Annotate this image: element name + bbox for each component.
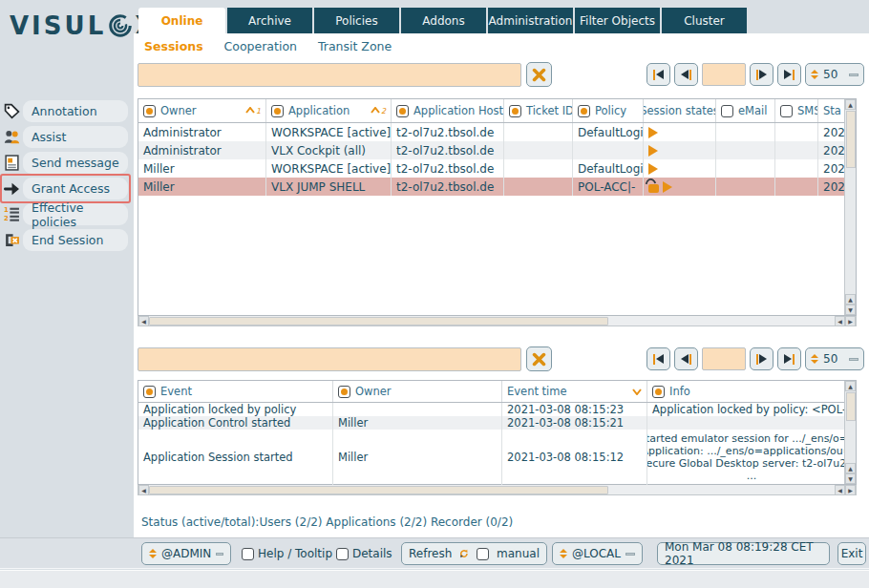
event-page-input[interactable] — [702, 347, 746, 370]
next-page-button[interactable] — [750, 63, 774, 86]
tab-addons[interactable]: Addons — [399, 8, 486, 33]
column-filter-radio-icon[interactable] — [509, 105, 521, 117]
scroll-left-icon[interactable]: ◀ — [835, 485, 845, 495]
help-tooltip-checkbox[interactable]: Help / Tooltip — [242, 547, 332, 560]
scroll-thumb[interactable] — [846, 111, 856, 168]
scroll-left-icon[interactable]: ◀ — [138, 485, 149, 495]
session-row[interactable]: Administrator VLX Cockpit (all) t2-ol7u2… — [138, 141, 856, 159]
event-pager: 50 — [646, 347, 864, 370]
page-size-value: 50 — [823, 352, 837, 366]
sidebar-item-grant-access[interactable]: Grant Access — [0, 178, 134, 200]
column-checkbox-icon[interactable] — [721, 105, 733, 117]
local-dropdown[interactable]: @LOCAL — [552, 542, 643, 565]
column-header-event[interactable]: Event — [138, 381, 333, 402]
sort-asc-icon: 2 — [371, 107, 386, 116]
manual-checkbox-icon[interactable] — [477, 548, 489, 560]
dropdown-dash-icon — [625, 553, 635, 556]
admin-dropdown[interactable]: @ADMIN — [141, 542, 231, 565]
column-header-event-time[interactable]: Event time — [502, 381, 647, 402]
scroll-down-icon[interactable]: ▼ — [845, 304, 856, 315]
event-filter-input[interactable] — [138, 347, 521, 371]
prev-page-button[interactable] — [674, 63, 698, 86]
session-row-selected[interactable]: Miller VLX JUMP SHELL t2-ol7u2.tbsol.de … — [138, 178, 856, 196]
sidebar-item-annotation[interactable]: Annotation — [0, 100, 134, 122]
column-filter-radio-icon[interactable] — [338, 386, 350, 398]
sidebar-item-effective-policies[interactable]: 12 Effective policies — [0, 203, 134, 225]
next-page-button[interactable] — [750, 347, 774, 370]
event-row[interactable]: Application locked by policy 2021-03-08 … — [138, 403, 856, 416]
main-tabs: Online Archive Policies Addons Administr… — [138, 8, 747, 33]
session-filter-clear-button[interactable] — [526, 62, 552, 87]
scroll-down-icon[interactable]: ▼ — [845, 473, 856, 484]
tab-policies[interactable]: Policies — [312, 8, 399, 33]
column-header-email[interactable]: eMail — [716, 99, 775, 122]
details-checkbox[interactable]: Details — [336, 547, 392, 560]
refresh-group: Refresh manual — [401, 542, 547, 565]
scroll-thumb[interactable] — [846, 392, 856, 421]
column-filter-radio-icon[interactable] — [143, 386, 156, 398]
tab-archive[interactable]: Archive — [225, 8, 312, 33]
sidebar-item-send-message[interactable]: Send message — [0, 152, 134, 174]
column-header-ticket-id[interactable]: Ticket ID — [504, 99, 573, 122]
column-header-application-host[interactable]: Application Host — [392, 99, 504, 122]
session-page-size-select[interactable]: 50 — [805, 63, 864, 86]
subtab-cooperation[interactable]: Cooperation — [224, 39, 297, 53]
subtab-sessions[interactable]: Sessions — [144, 39, 203, 53]
tab-cluster[interactable]: Cluster — [660, 8, 747, 33]
column-header-info[interactable]: Info — [647, 381, 856, 402]
column-filter-radio-icon[interactable] — [396, 105, 409, 117]
column-header-application[interactable]: Application 2 — [266, 99, 392, 122]
checkbox-icon[interactable] — [336, 548, 349, 560]
column-checkbox-icon[interactable] — [780, 105, 793, 117]
clear-x-icon — [532, 68, 546, 82]
event-page-size-select[interactable]: 50 — [805, 347, 864, 370]
scroll-up-icon[interactable]: ▲ — [845, 463, 856, 473]
tab-online[interactable]: Online — [138, 8, 225, 34]
last-page-button[interactable] — [777, 63, 801, 86]
event-filter-clear-button[interactable] — [526, 346, 552, 371]
session-page-input[interactable] — [702, 63, 746, 86]
column-filter-radio-icon[interactable] — [271, 105, 284, 117]
session-row[interactable]: Administrator WORKSPACE [active] t2-ol7u… — [138, 123, 856, 141]
scroll-up-icon[interactable]: ▲ — [845, 381, 856, 391]
datetime-button[interactable]: Mon Mar 08 08:19:28 CET 2021 — [657, 542, 830, 565]
tab-administration[interactable]: Administration — [486, 8, 573, 33]
last-page-button[interactable] — [777, 347, 801, 370]
column-header-session-states[interactable]: Session states — [644, 99, 716, 122]
exit-button[interactable]: Exit — [837, 542, 866, 565]
scroll-thumb[interactable] — [149, 486, 608, 494]
session-filter-input[interactable] — [138, 63, 521, 87]
event-row[interactable]: Application Session started Miller 2021-… — [138, 430, 856, 485]
sessions-horizontal-scrollbar[interactable]: ◀ ◀ ▶ — [138, 316, 857, 326]
column-header-event-owner[interactable]: Owner — [333, 381, 502, 402]
checkbox-icon[interactable] — [242, 548, 254, 560]
sidebar-item-assist[interactable]: Assist — [0, 126, 134, 148]
refresh-button[interactable]: Refresh — [409, 547, 452, 560]
event-row[interactable]: Application Control started Miller 2021-… — [138, 416, 856, 430]
first-page-button[interactable] — [646, 63, 670, 86]
column-header-sms[interactable]: SMS — [775, 99, 818, 122]
prev-page-button[interactable] — [674, 347, 698, 370]
scroll-up-icon[interactable]: ▲ — [845, 294, 856, 304]
events-vertical-scrollbar[interactable]: ▲ ▲ ▼ — [844, 381, 856, 484]
column-filter-radio-icon[interactable] — [652, 386, 665, 398]
tab-filter-objects[interactable]: Filter Objects — [573, 8, 660, 33]
column-header-policy[interactable]: Policy — [573, 99, 644, 122]
session-row[interactable]: Miller WORKSPACE [active] t2-ol7u2.tbsol… — [138, 159, 856, 178]
refresh-icon[interactable] — [459, 546, 469, 561]
sidebar-item-end-session[interactable]: End Session — [0, 229, 134, 251]
scroll-left-icon[interactable]: ◀ — [138, 316, 149, 326]
scroll-right-icon[interactable]: ▶ — [845, 316, 856, 326]
column-header-owner[interactable]: Owner 1 — [138, 99, 266, 122]
grant-access-icon — [0, 182, 23, 196]
scroll-up-icon[interactable]: ▲ — [845, 99, 856, 110]
sessions-vertical-scrollbar[interactable]: ▲ ▲ ▼ — [844, 99, 856, 315]
scroll-left-icon[interactable]: ◀ — [835, 316, 845, 326]
column-filter-radio-icon[interactable] — [143, 105, 156, 117]
first-page-button[interactable] — [646, 347, 670, 370]
scroll-thumb[interactable] — [149, 317, 608, 326]
subtab-transit-zone[interactable]: Transit Zone — [318, 39, 392, 53]
column-filter-radio-icon[interactable] — [578, 105, 590, 117]
scroll-right-icon[interactable]: ▶ — [845, 485, 856, 495]
events-horizontal-scrollbar[interactable]: ◀ ◀ ▶ — [138, 485, 857, 495]
